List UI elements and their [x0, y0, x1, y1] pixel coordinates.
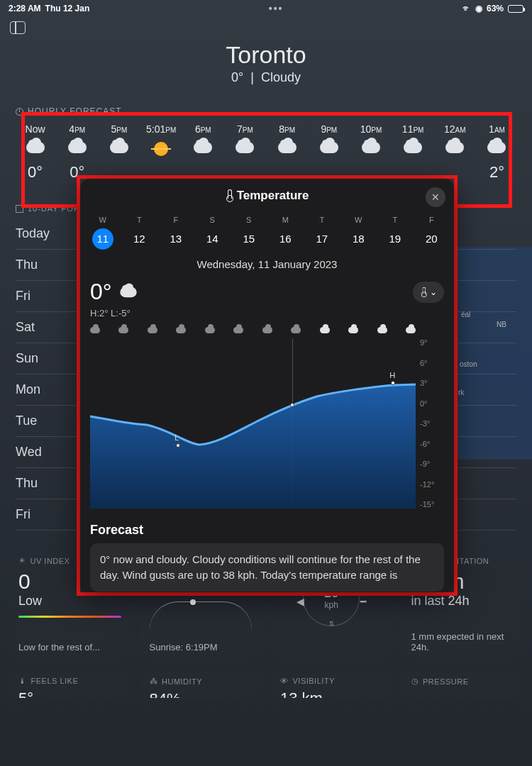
chart-y-axis: 9°6°3°0°-3°-6°-9°-12°-15°	[420, 338, 444, 509]
cloud-icon	[320, 327, 330, 333]
cloud-icon	[120, 287, 136, 296]
multitask-dots-icon[interactable]: •••	[269, 3, 284, 14]
week-day-button[interactable]: T12	[125, 216, 153, 250]
status-date: Thu 12 Jan	[45, 4, 90, 13]
cloud-icon	[291, 327, 301, 333]
status-bar: 2:28 AM Thu 12 Jan ••• ᯤ ◉ 63%	[0, 0, 532, 17]
gauge-icon: ◷	[411, 677, 419, 686]
cloud-icon	[348, 327, 358, 333]
week-day-button[interactable]: T19	[381, 216, 409, 250]
thermometer-icon	[421, 287, 426, 296]
battery-pct: 63%	[487, 4, 504, 13]
sidebar-toggle-icon[interactable]	[10, 21, 26, 34]
close-icon: ✕	[431, 192, 440, 203]
week-day-button[interactable]: F13	[162, 216, 190, 250]
arrow-right-icon: ━	[360, 596, 366, 607]
uv-scale-bar	[18, 616, 121, 618]
cloud-icon	[406, 327, 416, 333]
current-condition: 0° | Cloudy	[0, 70, 532, 85]
chart-low-marker: L	[174, 433, 179, 442]
humidity-icon: ⁂	[150, 677, 158, 686]
week-day-button[interactable]: T17	[308, 216, 336, 250]
status-time: 2:28 AM	[9, 4, 41, 13]
detail-tiles-row-2: 🌡FEELS LIKE 5° ⁂HUMIDITY 84% 👁VISIBILITY…	[0, 670, 532, 698]
week-day-button[interactable]: W18	[344, 216, 372, 250]
chart-high-marker: H	[389, 371, 395, 379]
thermometer-icon	[226, 189, 233, 202]
thermometer-icon: 🌡	[18, 677, 27, 685]
cloud-icon	[262, 327, 272, 333]
chevron-down-icon: ⌄	[430, 287, 437, 297]
humidity-tile[interactable]: ⁂HUMIDITY 84%	[140, 670, 262, 698]
cloud-icon	[233, 327, 243, 333]
feels-like-tile[interactable]: 🌡FEELS LIKE 5°	[9, 670, 131, 698]
temperature-line	[90, 338, 416, 509]
app-toolbar	[0, 17, 532, 38]
modal-header: Temperature ✕	[80, 179, 454, 213]
forecast-heading: Forecast	[80, 514, 454, 543]
visibility-tile[interactable]: 👁VISIBILITY 13 km	[270, 670, 393, 698]
chart-now-dot	[290, 403, 294, 407]
week-day-button[interactable]: W11	[89, 216, 117, 250]
week-day-button[interactable]: F20	[417, 216, 445, 250]
battery-icon	[508, 5, 523, 13]
cloud-icon	[118, 327, 128, 333]
pressure-tile[interactable]: ◷PRESSURE	[401, 670, 524, 698]
selected-date-label: Wednesday, 11 January 2023	[80, 252, 454, 276]
modal-current-temp: 0°	[90, 279, 112, 305]
temperature-chart[interactable]: 9°6°3°0°-3°-6°-9°-12°-15° H L	[90, 323, 444, 514]
location-icon: ◉	[475, 4, 482, 13]
cloud-icon	[377, 327, 387, 333]
week-day-button[interactable]: M16	[271, 216, 299, 250]
week-day-button[interactable]: S14	[198, 216, 226, 250]
current-temp-row: 0° ⌄	[80, 276, 454, 308]
week-day-button[interactable]: S15	[235, 216, 263, 250]
temperature-detail-modal: Temperature ✕ W11T12F13S14S15M16T17W18T1…	[80, 179, 454, 592]
high-low-label: H:2° L:-5°	[80, 308, 454, 323]
close-button[interactable]: ✕	[426, 187, 445, 207]
modal-title: Temperature	[226, 189, 309, 203]
cloud-icon	[176, 327, 186, 333]
cloud-icon	[148, 327, 157, 333]
sun-path-arc	[150, 601, 253, 630]
cloud-icon	[205, 327, 215, 333]
wifi-icon: ᯤ	[462, 4, 471, 13]
arrow-left-icon: ◀	[297, 596, 304, 607]
location-header: Toronto 0° | Cloudy	[0, 41, 532, 85]
city-name: Toronto	[0, 41, 532, 69]
week-selector[interactable]: W11T12F13S14S15M16T17W18T19F20	[80, 213, 454, 252]
forecast-text: 0° now and cloudy. Cloudy conditions wil…	[90, 543, 444, 592]
metric-picker-button[interactable]: ⌄	[413, 282, 444, 303]
sun-icon: ☀	[18, 556, 26, 565]
cloud-icon	[90, 327, 100, 333]
eye-icon: 👁	[280, 677, 289, 685]
